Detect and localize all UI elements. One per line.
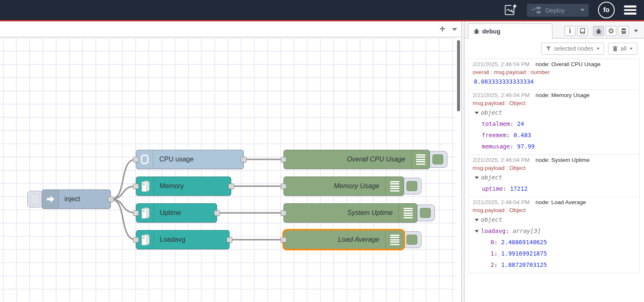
sidebar-divider[interactable] bbox=[461, 21, 465, 302]
port-in-memory[interactable] bbox=[133, 184, 139, 189]
array-entry: 0: 2.40869140625 bbox=[470, 237, 635, 248]
node-label: inject bbox=[59, 195, 80, 203]
message-property-path: msg.payload : Object bbox=[470, 206, 635, 214]
flow-list-caret[interactable] bbox=[452, 28, 457, 31]
add-flow-button[interactable]: + bbox=[440, 24, 445, 34]
wire[interactable] bbox=[111, 186, 136, 199]
debug-message[interactable]: 2/21/2025, 2:46:04 PM node: Overall CPU … bbox=[468, 59, 640, 90]
port-in-cpu-usage[interactable] bbox=[133, 157, 139, 162]
debug-toggle-memory-usage[interactable] bbox=[402, 178, 422, 195]
book-icon bbox=[580, 28, 586, 34]
debug-message[interactable]: 2/21/2025, 2:46:04 PM node: Load Average… bbox=[468, 197, 640, 273]
clear-caret bbox=[629, 48, 633, 50]
debug-message-list: 2/21/2025, 2:46:04 PM node: Overall CPU … bbox=[468, 59, 640, 273]
debug-toggle-load-average[interactable] bbox=[402, 231, 422, 248]
header-bar: Deploy fo bbox=[0, 0, 644, 20]
funnel-icon bbox=[546, 46, 551, 51]
sidebar-tab-bar: debug i bbox=[465, 21, 644, 38]
object-entry: totalmem: 24 bbox=[470, 118, 635, 130]
object-expand-row[interactable]: object bbox=[470, 107, 635, 118]
debug-message[interactable]: 2/21/2025, 2:46:04 PM node: System Uptim… bbox=[468, 155, 640, 197]
filter-nodes-button[interactable]: selected nodes bbox=[541, 43, 604, 55]
node-label: System Uptime bbox=[284, 209, 399, 217]
node-loadavg[interactable]: Loadavg bbox=[136, 230, 230, 249]
debug-message[interactable]: 2/21/2025, 2:46:04 PM node: Memory Usage… bbox=[468, 90, 640, 155]
object-expand-row[interactable]: object bbox=[470, 214, 635, 225]
collapse-caret-icon[interactable] bbox=[475, 219, 479, 221]
help-tab-button[interactable] bbox=[577, 26, 588, 36]
debug-list-icon bbox=[385, 177, 404, 195]
debug-toggle-system-uptime[interactable] bbox=[416, 205, 435, 221]
config-tab-button[interactable]: ⚙ bbox=[606, 26, 616, 36]
cpu-chip-icon bbox=[136, 150, 153, 169]
node-label: Memory Usage bbox=[284, 182, 385, 190]
deploy-label: Deploy bbox=[545, 7, 576, 14]
flow-canvas[interactable]: inject CPU usage bbox=[0, 38, 461, 302]
port-in-uptime[interactable] bbox=[133, 210, 139, 216]
deploy-button[interactable]: Deploy bbox=[527, 4, 589, 17]
debug-sidebar: debug i bbox=[465, 21, 644, 302]
node-label: CPU usage bbox=[153, 156, 194, 163]
port-out-inject[interactable] bbox=[108, 197, 114, 202]
inject-trigger-button[interactable] bbox=[27, 191, 43, 207]
node-system-uptime[interactable]: System Uptime bbox=[284, 203, 417, 223]
wire[interactable] bbox=[111, 199, 136, 240]
port-in-overall-cpu-usage[interactable] bbox=[281, 157, 286, 162]
collapse-caret-icon[interactable] bbox=[475, 230, 479, 233]
port-out-cpu-usage[interactable] bbox=[241, 157, 247, 162]
debug-list-icon bbox=[385, 230, 404, 249]
tab-debug[interactable]: debug bbox=[468, 23, 552, 38]
debug-list-icon bbox=[399, 204, 417, 222]
debug-toggle-overall-cpu[interactable] bbox=[428, 151, 447, 168]
tab-debug-label: debug bbox=[482, 28, 501, 35]
deploy-dropdown-caret[interactable] bbox=[580, 9, 585, 11]
node-label: Uptime bbox=[154, 209, 181, 217]
wire[interactable] bbox=[111, 199, 136, 213]
message-source-node: node: System Uptime bbox=[536, 156, 590, 164]
info-tab-button[interactable]: i bbox=[565, 26, 575, 36]
port-in-memory-usage[interactable] bbox=[281, 184, 286, 189]
message-source-node: node: Load Average bbox=[536, 198, 586, 206]
message-timestamp: 2/21/2025, 2:46:04 PM bbox=[473, 91, 530, 99]
array-expand-row[interactable]: loadavg: array[3] bbox=[470, 225, 635, 237]
node-memory[interactable]: Memory bbox=[136, 177, 231, 196]
node-uptime[interactable]: Uptime bbox=[136, 203, 217, 223]
port-out-uptime[interactable] bbox=[214, 210, 220, 216]
object-expand-row[interactable]: object bbox=[470, 172, 635, 183]
port-in-system-uptime[interactable] bbox=[281, 210, 286, 216]
node-label: Loadavg bbox=[154, 236, 185, 243]
port-out-memory[interactable] bbox=[228, 184, 234, 189]
main-menu-icon[interactable] bbox=[624, 5, 636, 15]
clear-messages-button[interactable]: all bbox=[608, 43, 637, 55]
node-load-average[interactable]: Load Average bbox=[284, 230, 404, 249]
collapse-caret-icon[interactable] bbox=[475, 112, 479, 114]
collapse-caret-icon[interactable] bbox=[475, 177, 479, 179]
debug-list-icon bbox=[411, 150, 429, 169]
inject-icon bbox=[42, 190, 59, 208]
message-property-path: overall : msg.payload : number bbox=[470, 68, 635, 76]
message-source-node: node: Overall CPU Usage bbox=[536, 60, 601, 68]
object-entry: uptime: 17212 bbox=[470, 183, 635, 195]
port-in-load-average[interactable] bbox=[281, 237, 286, 243]
node-overall-cpu-usage[interactable]: Overall CPU Usage bbox=[284, 150, 430, 169]
node-red-app: Deploy fo + bbox=[0, 0, 644, 302]
canvas-scrollbar-track[interactable] bbox=[456, 38, 461, 302]
node-cpu-usage[interactable]: CPU usage bbox=[136, 150, 244, 169]
message-timestamp: 2/21/2025, 2:46:04 PM bbox=[473, 60, 530, 68]
message-timestamp: 2/21/2025, 2:46:04 PM bbox=[473, 156, 530, 164]
message-value-number: 8.083333333333334 bbox=[470, 76, 635, 87]
port-in-loadavg[interactable] bbox=[133, 237, 139, 243]
port-out-loadavg[interactable] bbox=[227, 237, 233, 243]
clear-messages-label: all bbox=[621, 45, 626, 52]
canvas-scrollbar-handle[interactable] bbox=[457, 40, 460, 111]
workspace-tab-bar: + bbox=[0, 21, 461, 37]
user-avatar[interactable]: fo bbox=[598, 2, 615, 18]
filter-nodes-label: selected nodes bbox=[554, 45, 593, 52]
sidebar-menu-caret[interactable] bbox=[634, 30, 638, 32]
debug-tab-button[interactable] bbox=[593, 26, 604, 36]
context-tab-button[interactable] bbox=[618, 26, 629, 36]
node-memory-usage[interactable]: Memory Usage bbox=[284, 177, 404, 196]
node-inject[interactable]: inject bbox=[42, 189, 111, 209]
flow-assistant-icon[interactable] bbox=[503, 3, 518, 17]
node-label: Memory bbox=[154, 182, 184, 190]
